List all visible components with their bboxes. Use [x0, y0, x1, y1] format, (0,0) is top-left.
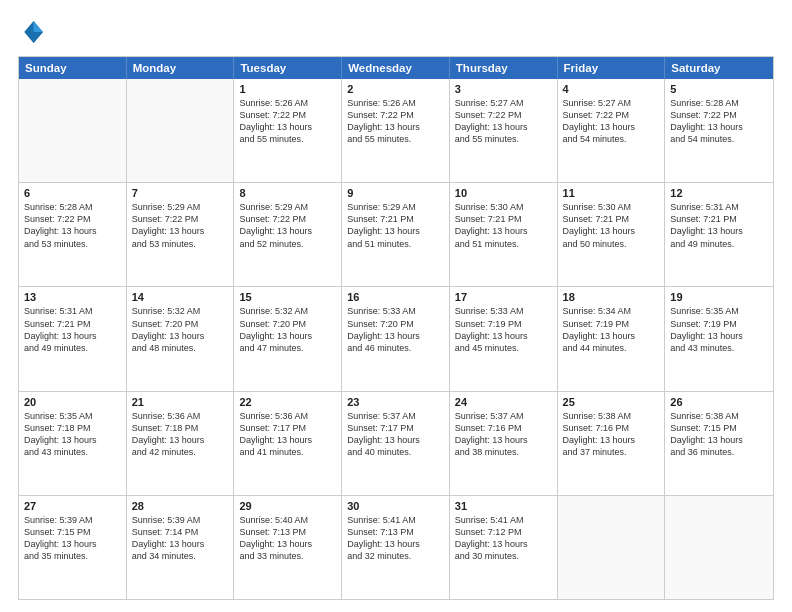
- svg-marker-2: [34, 32, 43, 43]
- cell-line: Sunset: 7:16 PM: [563, 422, 660, 434]
- cell-line: Sunset: 7:19 PM: [670, 318, 768, 330]
- cell-line: and 54 minutes.: [670, 133, 768, 145]
- cell-line: Sunrise: 5:31 AM: [24, 305, 121, 317]
- day-number: 4: [563, 83, 660, 95]
- calendar-cell: 2Sunrise: 5:26 AMSunset: 7:22 PMDaylight…: [342, 79, 450, 182]
- cell-line: Sunset: 7:22 PM: [239, 213, 336, 225]
- day-number: 17: [455, 291, 552, 303]
- day-number: 20: [24, 396, 121, 408]
- calendar-cell: 24Sunrise: 5:37 AMSunset: 7:16 PMDayligh…: [450, 392, 558, 495]
- calendar-cell: 20Sunrise: 5:35 AMSunset: 7:18 PMDayligh…: [19, 392, 127, 495]
- cell-line: and 33 minutes.: [239, 550, 336, 562]
- cell-line: and 49 minutes.: [670, 238, 768, 250]
- header: [18, 18, 774, 46]
- day-number: 3: [455, 83, 552, 95]
- cell-line: and 55 minutes.: [239, 133, 336, 145]
- cell-line: Sunset: 7:22 PM: [347, 109, 444, 121]
- cell-line: Sunrise: 5:27 AM: [563, 97, 660, 109]
- day-number: 27: [24, 500, 121, 512]
- day-number: 30: [347, 500, 444, 512]
- cell-line: Daylight: 13 hours: [347, 121, 444, 133]
- cell-line: Sunrise: 5:36 AM: [132, 410, 229, 422]
- cell-line: Daylight: 13 hours: [24, 538, 121, 550]
- calendar-cell: 30Sunrise: 5:41 AMSunset: 7:13 PMDayligh…: [342, 496, 450, 599]
- cell-line: Sunset: 7:19 PM: [455, 318, 552, 330]
- cell-line: Daylight: 13 hours: [455, 330, 552, 342]
- calendar-cell: 9Sunrise: 5:29 AMSunset: 7:21 PMDaylight…: [342, 183, 450, 286]
- cell-line: Daylight: 13 hours: [24, 434, 121, 446]
- calendar: SundayMondayTuesdayWednesdayThursdayFrid…: [18, 56, 774, 600]
- cell-line: Sunrise: 5:41 AM: [347, 514, 444, 526]
- cell-line: Daylight: 13 hours: [132, 225, 229, 237]
- calendar-cell: 10Sunrise: 5:30 AMSunset: 7:21 PMDayligh…: [450, 183, 558, 286]
- cell-line: Sunset: 7:22 PM: [24, 213, 121, 225]
- cell-line: Sunrise: 5:33 AM: [347, 305, 444, 317]
- cell-line: and 35 minutes.: [24, 550, 121, 562]
- calendar-header-cell: Friday: [558, 57, 666, 79]
- calendar-cell: 8Sunrise: 5:29 AMSunset: 7:22 PMDaylight…: [234, 183, 342, 286]
- calendar-cell: 13Sunrise: 5:31 AMSunset: 7:21 PMDayligh…: [19, 287, 127, 390]
- calendar-header-row: SundayMondayTuesdayWednesdayThursdayFrid…: [19, 57, 773, 79]
- cell-line: Daylight: 13 hours: [563, 121, 660, 133]
- cell-line: Sunrise: 5:38 AM: [670, 410, 768, 422]
- page: SundayMondayTuesdayWednesdayThursdayFrid…: [0, 0, 792, 612]
- cell-line: Sunset: 7:21 PM: [24, 318, 121, 330]
- cell-line: Daylight: 13 hours: [563, 225, 660, 237]
- cell-line: Sunrise: 5:36 AM: [239, 410, 336, 422]
- cell-line: Daylight: 13 hours: [455, 538, 552, 550]
- day-number: 10: [455, 187, 552, 199]
- calendar-cell: 18Sunrise: 5:34 AMSunset: 7:19 PMDayligh…: [558, 287, 666, 390]
- calendar-cell: 28Sunrise: 5:39 AMSunset: 7:14 PMDayligh…: [127, 496, 235, 599]
- day-number: 1: [239, 83, 336, 95]
- cell-line: Sunrise: 5:29 AM: [239, 201, 336, 213]
- calendar-cell: 27Sunrise: 5:39 AMSunset: 7:15 PMDayligh…: [19, 496, 127, 599]
- day-number: 16: [347, 291, 444, 303]
- cell-line: and 41 minutes.: [239, 446, 336, 458]
- cell-line: Daylight: 13 hours: [239, 330, 336, 342]
- cell-line: Sunset: 7:22 PM: [132, 213, 229, 225]
- day-number: 19: [670, 291, 768, 303]
- cell-line: and 52 minutes.: [239, 238, 336, 250]
- cell-line: Sunset: 7:21 PM: [455, 213, 552, 225]
- cell-line: Sunset: 7:21 PM: [563, 213, 660, 225]
- calendar-cell: [19, 79, 127, 182]
- calendar-header-cell: Sunday: [19, 57, 127, 79]
- cell-line: Daylight: 13 hours: [239, 225, 336, 237]
- cell-line: and 38 minutes.: [455, 446, 552, 458]
- day-number: 18: [563, 291, 660, 303]
- logo-icon: [18, 18, 46, 46]
- calendar-cell: 1Sunrise: 5:26 AMSunset: 7:22 PMDaylight…: [234, 79, 342, 182]
- cell-line: Sunrise: 5:26 AM: [239, 97, 336, 109]
- cell-line: Daylight: 13 hours: [455, 434, 552, 446]
- cell-line: Sunrise: 5:30 AM: [455, 201, 552, 213]
- cell-line: Daylight: 13 hours: [670, 434, 768, 446]
- cell-line: Daylight: 13 hours: [347, 225, 444, 237]
- cell-line: and 55 minutes.: [347, 133, 444, 145]
- calendar-cell: 3Sunrise: 5:27 AMSunset: 7:22 PMDaylight…: [450, 79, 558, 182]
- calendar-cell: [558, 496, 666, 599]
- calendar-cell: 21Sunrise: 5:36 AMSunset: 7:18 PMDayligh…: [127, 392, 235, 495]
- day-number: 7: [132, 187, 229, 199]
- calendar-cell: 11Sunrise: 5:30 AMSunset: 7:21 PMDayligh…: [558, 183, 666, 286]
- cell-line: Sunset: 7:22 PM: [670, 109, 768, 121]
- cell-line: Sunrise: 5:34 AM: [563, 305, 660, 317]
- calendar-cell: 16Sunrise: 5:33 AMSunset: 7:20 PMDayligh…: [342, 287, 450, 390]
- cell-line: and 51 minutes.: [347, 238, 444, 250]
- cell-line: and 44 minutes.: [563, 342, 660, 354]
- cell-line: Sunset: 7:20 PM: [347, 318, 444, 330]
- cell-line: Daylight: 13 hours: [455, 121, 552, 133]
- calendar-cell: 25Sunrise: 5:38 AMSunset: 7:16 PMDayligh…: [558, 392, 666, 495]
- cell-line: and 51 minutes.: [455, 238, 552, 250]
- cell-line: Sunset: 7:14 PM: [132, 526, 229, 538]
- cell-line: and 47 minutes.: [239, 342, 336, 354]
- cell-line: Sunset: 7:12 PM: [455, 526, 552, 538]
- cell-line: Daylight: 13 hours: [563, 434, 660, 446]
- cell-line: Sunrise: 5:40 AM: [239, 514, 336, 526]
- calendar-header-cell: Saturday: [665, 57, 773, 79]
- cell-line: Daylight: 13 hours: [455, 225, 552, 237]
- cell-line: and 43 minutes.: [24, 446, 121, 458]
- cell-line: Sunrise: 5:37 AM: [455, 410, 552, 422]
- calendar-cell: 5Sunrise: 5:28 AMSunset: 7:22 PMDaylight…: [665, 79, 773, 182]
- cell-line: Daylight: 13 hours: [347, 330, 444, 342]
- calendar-cell: 29Sunrise: 5:40 AMSunset: 7:13 PMDayligh…: [234, 496, 342, 599]
